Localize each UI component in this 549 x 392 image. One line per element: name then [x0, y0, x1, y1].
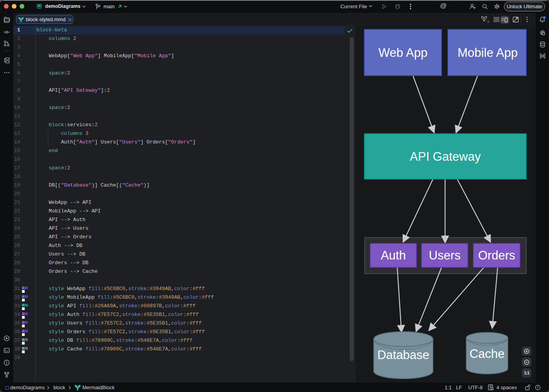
svg-text:Web App: Web App: [378, 46, 427, 60]
svg-text:Database: Database: [377, 348, 429, 362]
svg-text:Users: Users: [429, 249, 461, 262]
svg-text:?: ?: [487, 20, 489, 24]
svg-text:Cache: Cache: [469, 347, 505, 361]
svg-text:API Gateway: API Gateway: [410, 150, 481, 163]
svg-text:Orders: Orders: [478, 249, 515, 262]
svg-text:Mobile App: Mobile App: [458, 46, 518, 60]
svg-text:Auth: Auth: [381, 249, 406, 262]
